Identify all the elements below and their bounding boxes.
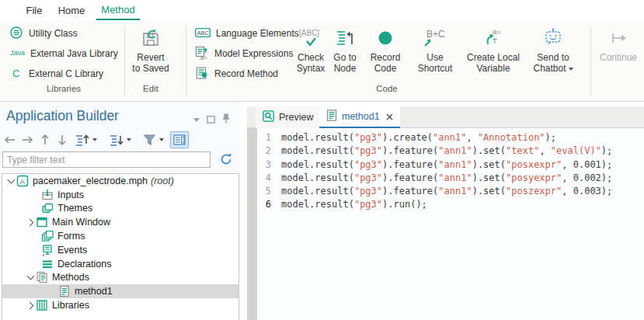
forward-arrow-icon[interactable] [20,131,34,148]
code-string-token: "pg3" [354,159,382,170]
use-shortcut-line1: Use [426,52,443,63]
code-line-current: 6model.result("pg3").run(); [247,198,644,211]
method-doc-icon [326,110,337,123]
edit-group-label: Edit [127,84,175,96]
external-c-library-label: External C Library [29,68,103,79]
code-token: model.result( [281,132,354,143]
filter-icon[interactable] [141,131,157,148]
go-to-node-line2: Node [334,63,357,74]
model-expressions-button[interactable]: a= Model Expressions [192,44,296,63]
filter-input[interactable] [2,151,211,168]
collapse-all-dropdown-icon[interactable] [125,131,133,148]
utility-class-button[interactable]: Utility Class [6,24,81,43]
external-c-library-button[interactable]: C External C Library [6,64,106,83]
tree-item-declarations[interactable]: Declarations [2,257,238,271]
expand-all-icon[interactable] [75,131,90,148]
tree-item-label: Forms [57,231,85,242]
tab-method1-label: method1 [342,111,380,122]
panel-menu-chevron-icon[interactable] [193,118,200,122]
code-token: , 0.003); [562,186,612,197]
line-number: 5 [247,185,271,198]
external-java-library-button[interactable]: Java External Java Library [6,44,121,63]
chevron-down-icon[interactable] [25,276,36,279]
tree-item-forms[interactable]: Forms [2,229,238,243]
tree-item-method1[interactable]: method1 [2,284,238,298]
tab-home[interactable]: Home [53,0,90,20]
collapse-all-icon[interactable] [109,131,124,148]
code-token: model.result( [281,145,354,156]
tree-item-events[interactable]: Events [2,243,238,257]
chevron-right-icon[interactable] [25,220,36,225]
code-token: model.result( [281,172,354,183]
code-string-token: "pg3" [354,132,382,143]
create-local-variable-line1: Create Local [467,52,520,63]
expand-all-dropdown-icon[interactable] [91,131,99,148]
svg-text:C: C [12,68,19,79]
tree-item-label: pacemaker_electrode.mph [33,176,148,186]
chevron-down-icon[interactable] [5,179,16,183]
revert-label-line2: to Saved [132,63,169,74]
themes-icon [41,202,54,214]
filter-dropdown-icon[interactable] [158,131,165,148]
code-editor[interactable]: 1model.result("pg3").create("ann1", "Ann… [247,128,644,320]
code-string-token: "text" [506,145,539,156]
code-string-token: "eval(V)" [551,145,601,156]
inputs-icon [41,189,54,201]
create-local-variable-line2: Variable [476,63,510,74]
refresh-icon[interactable] [219,152,233,169]
code-string-token: "pg3" [354,145,382,156]
code-lines: 1model.result("pg3").create("ann1", "Ann… [247,131,644,212]
ribbon: Utility Class Java External Java Library… [0,20,644,102]
line-number: 6 [247,198,271,211]
code-string-token: "pg3" [354,172,382,183]
comsol-method-editor-window: File Home Method Utility Class Java Exte… [0,0,644,320]
back-arrow-icon[interactable] [3,131,17,148]
float-window-icon[interactable] [207,113,215,127]
code-text: model.result("pg3").create("ann1", "Anno… [281,131,556,144]
model-expressions-icon: a= [195,46,209,62]
code-token: ).run(); [382,199,427,210]
code-token: , 0.002); [562,172,612,183]
code-string-token: "posxexpr" [506,159,562,170]
continue-button[interactable]: Continue [594,23,642,95]
chatbot-dropdown-chevron-icon[interactable] [569,68,573,71]
main-window-icon [36,216,48,228]
close-icon[interactable] [386,113,393,120]
tab-method[interactable]: Method [96,0,140,20]
code-string-token: "ann1" [438,145,472,156]
language-elements-button[interactable]: ABC Language Elements [192,24,302,43]
tree-item-main-window[interactable]: Main Window [2,215,238,229]
chevron-right-icon[interactable] [25,303,36,308]
tab-method1[interactable]: method1 [319,106,400,128]
record-method-button[interactable]: Record Method [192,64,281,83]
tree-item-methods[interactable]: Methods [2,271,238,285]
tree-item-inputs[interactable]: Inputs [2,188,238,202]
move-up-icon[interactable] [40,131,50,148]
code-token: ).set( [472,172,506,183]
move-down-icon[interactable] [57,131,68,148]
svg-text:B+C: B+C [426,29,445,40]
tree-item-libraries[interactable]: Libraries [2,298,238,312]
line-number: 1 [247,131,271,144]
continue-icon [594,26,642,50]
pin-icon[interactable] [222,113,230,127]
code-token: ).set( [472,186,506,197]
libraries-group-label: Libraries [6,84,121,96]
code-token: ); [545,132,556,143]
code-token: model.result( [281,159,354,170]
tree-item-themes[interactable]: Themes [2,202,238,216]
tab-preview[interactable]: Preview [256,106,320,128]
ribbon-separator [186,26,186,96]
svg-text:a=: a= [200,54,207,60]
tree-item-root[interactable]: A pacemaker_electrode.mph (root) [2,174,238,188]
svg-text:A: A [20,176,26,185]
use-shortcut-line2: Shortcut [418,63,453,74]
preview-magnifier-icon [263,110,274,124]
code-token: ).set( [472,145,506,156]
svg-text:ABC: ABC [197,30,210,37]
code-line: 3model.result("pg3").feature("ann1").set… [247,158,644,172]
code-token: ).feature( [382,186,438,197]
model-data-access-toggle[interactable] [170,131,189,148]
tab-file[interactable]: File [19,0,50,20]
code-string-token: "ann1" [438,186,472,197]
